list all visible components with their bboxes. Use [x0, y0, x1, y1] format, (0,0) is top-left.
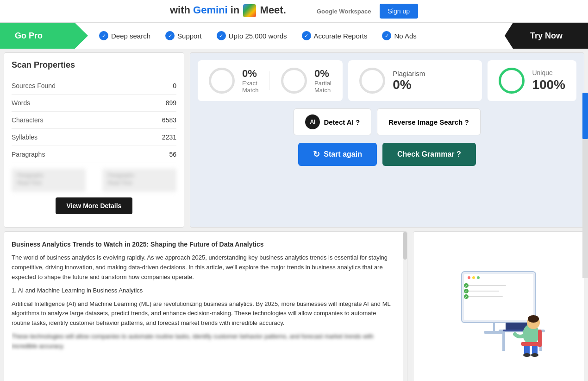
feature-no-ads: ✓ No Ads — [382, 31, 416, 40]
words-label: Words — [12, 99, 30, 107]
plagiarism-title: Plagiarism — [393, 70, 425, 77]
scan-properties-panel: Scan Properties Sources Found 0 Words 89… — [4, 52, 184, 228]
page-scrollbar[interactable] — [582, 93, 588, 278]
check-icon-reports: ✓ — [302, 31, 311, 40]
syllables-label: Syllables — [12, 133, 38, 141]
stats-row: 0% Exact Match 0% Partial Match Plagiari… — [198, 60, 576, 101]
unique-circle — [499, 68, 525, 94]
svg-point-23 — [528, 315, 539, 323]
ad-banner: with Gemini in Meet. Google Workspace Si… — [0, 0, 588, 23]
partial-match-percent: 0% — [314, 68, 332, 80]
words-value: 899 — [166, 99, 176, 107]
unique-card: Unique 100% — [488, 60, 576, 101]
article-paragraph-3: Artificial Intelligence (AI) and Machine… — [12, 299, 396, 328]
words-row: Words 899 — [12, 95, 176, 112]
sources-found-row: Sources Found 0 — [12, 77, 176, 95]
svg-rect-14 — [493, 323, 495, 332]
sign-up-button[interactable]: Sign up — [380, 4, 418, 19]
illustration-panel: ✓ ✓ ✓ — [413, 231, 584, 381]
check-icon-words: ✓ — [217, 31, 226, 40]
feature-reports: ✓ Accurate Reports — [302, 31, 368, 40]
article-paragraph-blurred-1: These technologies will allow companies … — [12, 332, 396, 351]
unique-percent: 100% — [532, 77, 565, 92]
svg-rect-28 — [521, 342, 539, 346]
svg-point-2 — [468, 276, 470, 279]
feature-support: ✓ Support — [165, 31, 202, 40]
text-content-panel: Business Analytics Trends to Watch in 20… — [4, 231, 407, 381]
article-paragraph-1: The world of business analytics is evolv… — [12, 253, 396, 282]
svg-point-26 — [523, 353, 531, 357]
syllables-value: 2231 — [162, 133, 176, 141]
feature-words: ✓ Upto 25,000 words — [217, 31, 287, 40]
pro-banner: Go Pro ✓ Deep search ✓ Support ✓ Upto 25… — [0, 23, 588, 49]
svg-point-4 — [477, 276, 480, 279]
exact-partial-card: 0% Exact Match 0% Partial Match — [198, 60, 343, 101]
feature-deep-search: ✓ Deep search — [99, 31, 150, 40]
article-text[interactable]: Business Analytics Trends to Watch in 20… — [12, 239, 400, 378]
check-icon-deep-search: ✓ — [99, 31, 108, 40]
svg-text:✓: ✓ — [465, 295, 468, 298]
feature-label-support: Support — [177, 32, 202, 40]
check-grammar-button[interactable]: Check Grammar ? — [382, 143, 476, 166]
meet-icon — [243, 4, 256, 17]
reverse-image-search-button[interactable]: Reverse Image Search ? — [377, 108, 480, 135]
svg-text:✓: ✓ — [465, 284, 468, 287]
svg-rect-18 — [502, 332, 505, 351]
svg-point-27 — [531, 353, 538, 357]
partial-match-info: 0% Partial Match — [314, 68, 332, 94]
main-content: Scan Properties Sources Found 0 Words 89… — [0, 49, 588, 231]
paragraphs-value: 56 — [169, 151, 176, 158]
google-workspace-label: Google Workspace — [317, 8, 371, 15]
paragraphs-label: Paragraphs — [12, 151, 45, 158]
sources-found-value: 0 — [173, 82, 176, 89]
sources-found-label: Sources Found — [12, 82, 56, 89]
characters-value: 6583 — [162, 116, 176, 124]
plagiarism-percent: 0% — [393, 77, 425, 92]
start-again-button[interactable]: ↻ Start again — [298, 143, 377, 166]
text-scrollbar-thumb — [403, 232, 407, 260]
feature-label-no-ads: No Ads — [394, 32, 416, 40]
check-icon-no-ads: ✓ — [382, 31, 391, 40]
plagiarism-card: Plagiarism 0% — [348, 60, 482, 101]
results-panel: 0% Exact Match 0% Partial Match Plagiari… — [190, 52, 584, 228]
pro-features-list: ✓ Deep search ✓ Support ✓ Upto 25,000 wo… — [88, 31, 505, 40]
analytics-illustration: ✓ ✓ ✓ — [434, 258, 563, 360]
ai-icon: AI — [305, 114, 320, 129]
ad-text: with Gemini in Meet. — [170, 4, 289, 16]
feature-label-deep-search: Deep search — [111, 32, 150, 40]
characters-row: Characters 6583 — [12, 112, 176, 129]
detect-ai-button[interactable]: AI Detect AI ? — [294, 108, 371, 135]
exact-match-label: Exact Match — [242, 80, 258, 94]
article-paragraph-2: 1. AI and Machine Learning in Business A… — [12, 286, 396, 296]
characters-label: Characters — [12, 116, 43, 124]
refresh-icon: ↻ — [313, 149, 320, 159]
go-pro-button[interactable]: Go Pro — [0, 23, 88, 49]
plagiarism-circle — [359, 68, 385, 94]
svg-text:✓: ✓ — [465, 290, 468, 293]
text-scrollbar[interactable] — [403, 232, 407, 381]
gemini-text: Gemini — [193, 4, 228, 16]
view-more-details-button[interactable]: View More Details — [56, 197, 133, 214]
check-icon-support: ✓ — [165, 31, 175, 40]
svg-point-3 — [472, 276, 475, 279]
plagiarism-info: Plagiarism 0% — [393, 70, 425, 92]
unique-title: Unique — [532, 69, 565, 76]
bottom-area: Business Analytics Trends to Watch in 20… — [0, 231, 588, 381]
partial-match-label: Partial Match — [314, 80, 332, 94]
syllables-row: Syllables 2231 — [12, 129, 176, 146]
action-row-1: AI Detect AI ? Reverse Image Search ? — [198, 108, 576, 135]
article-title: Business Analytics Trends to Watch in 20… — [12, 239, 396, 249]
exact-match-info: 0% Exact Match — [242, 68, 258, 94]
svg-rect-29 — [538, 330, 542, 347]
paragraphs-row: Paragraphs 56 — [12, 146, 176, 163]
partial-match-circle — [281, 68, 307, 94]
try-now-button[interactable]: Try Now — [505, 23, 588, 49]
unique-info: Unique 100% — [532, 69, 565, 92]
feature-label-reports: Accurate Reports — [314, 32, 368, 40]
blurred-extra-stats: Paragraphs Read Time Paragraphs Read Tim… — [12, 169, 176, 192]
exact-match-percent: 0% — [242, 68, 258, 80]
action-row-2: ↻ Start again Check Grammar ? — [198, 143, 576, 166]
page-scrollbar-thumb — [582, 93, 588, 139]
scan-properties-title: Scan Properties — [12, 60, 176, 70]
feature-label-words: Upto 25,000 words — [229, 32, 287, 40]
